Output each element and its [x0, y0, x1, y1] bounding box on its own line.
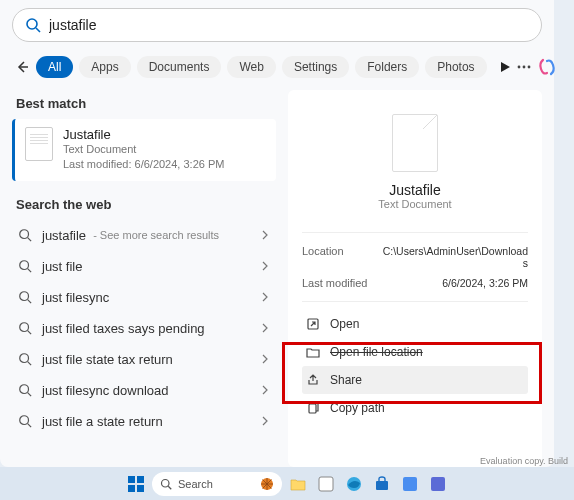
svg-line-1 — [36, 28, 40, 32]
svg-line-15 — [28, 362, 32, 366]
web-result-hint: - See more search results — [90, 229, 219, 241]
action-open-location[interactable]: Open file location — [302, 338, 528, 366]
preview-title: Justafile — [302, 182, 528, 198]
folder-icon — [289, 475, 307, 493]
chevron-right-icon — [260, 292, 270, 302]
svg-point-16 — [20, 385, 29, 394]
app-icon — [401, 475, 419, 493]
search-icon — [18, 352, 32, 366]
svg-point-18 — [20, 416, 29, 425]
edge-icon — [345, 475, 363, 493]
web-result-text: just filed taxes says pending — [42, 321, 205, 336]
filter-photos[interactable]: Photos — [425, 56, 486, 78]
search-bar[interactable] — [12, 8, 542, 42]
web-result[interactable]: just file a state return — [12, 406, 276, 437]
arrow-left-icon — [14, 59, 30, 75]
action-label: Open file location — [330, 345, 423, 359]
web-result[interactable]: justafile - See more search results — [12, 220, 276, 251]
chevron-right-icon — [260, 323, 270, 333]
search-icon — [18, 383, 32, 397]
svg-line-27 — [168, 486, 171, 489]
chevron-right-icon — [260, 416, 270, 426]
open-icon — [306, 317, 320, 331]
web-result[interactable]: just filed taxes says pending — [12, 313, 276, 344]
filter-documents[interactable]: Documents — [137, 56, 222, 78]
taskbar: Search — [0, 467, 574, 500]
svg-point-26 — [162, 479, 170, 487]
preview-pane: Justafile Text Document Location C:\User… — [288, 90, 542, 467]
meta-location-value: C:\Users\AdminUser\Downloads — [378, 245, 528, 269]
action-label: Share — [330, 373, 362, 387]
watermark: Evaluation copy. Build — [480, 456, 568, 466]
action-label: Copy path — [330, 401, 385, 415]
more-icon[interactable] — [517, 56, 531, 78]
svg-point-12 — [20, 323, 29, 332]
filter-folders[interactable]: Folders — [355, 56, 419, 78]
web-result[interactable]: just filesync download — [12, 375, 276, 406]
taskbar-explorer[interactable] — [286, 472, 310, 496]
search-icon — [18, 321, 32, 335]
svg-point-3 — [517, 66, 520, 69]
filter-apps[interactable]: Apps — [79, 56, 130, 78]
search-icon — [18, 228, 32, 242]
meta-location-label: Location — [302, 245, 344, 269]
best-match-modified: Last modified: 6/6/2024, 3:26 PM — [63, 157, 224, 172]
windows-icon — [127, 475, 145, 493]
web-result-text: justafile — [42, 228, 86, 243]
copilot-icon[interactable] — [537, 56, 557, 78]
basketball-icon — [260, 477, 274, 491]
svg-rect-33 — [431, 477, 445, 491]
share-icon — [306, 373, 320, 387]
svg-point-8 — [20, 261, 29, 270]
taskbar-search[interactable]: Search — [152, 472, 282, 496]
search-icon — [18, 414, 32, 428]
filter-web[interactable]: Web — [227, 56, 275, 78]
chevron-right-icon — [260, 230, 270, 240]
best-match-item[interactable]: Justafile Text Document Last modified: 6… — [12, 119, 276, 181]
svg-line-19 — [28, 424, 32, 428]
taskbar-app[interactable] — [426, 472, 450, 496]
search-input[interactable] — [49, 17, 529, 33]
action-share[interactable]: Share — [302, 366, 528, 394]
svg-line-13 — [28, 331, 32, 335]
svg-point-4 — [522, 66, 525, 69]
web-result-text: just filesync download — [42, 383, 168, 398]
svg-line-11 — [28, 300, 32, 304]
search-icon — [18, 290, 32, 304]
filter-all[interactable]: All — [36, 56, 73, 78]
svg-point-6 — [20, 230, 29, 239]
preview-type: Text Document — [302, 198, 528, 210]
taskbar-edge[interactable] — [342, 472, 366, 496]
action-open[interactable]: Open — [302, 310, 528, 338]
svg-rect-24 — [128, 485, 135, 492]
back-button[interactable] — [14, 54, 30, 80]
document-icon — [392, 114, 438, 172]
taskbar-app[interactable] — [398, 472, 422, 496]
folder-icon — [306, 345, 320, 359]
svg-point-5 — [527, 66, 530, 69]
play-icon[interactable] — [499, 56, 511, 78]
action-label: Open — [330, 317, 359, 331]
web-result-text: just filesync — [42, 290, 109, 305]
action-copy-path[interactable]: Copy path — [302, 394, 528, 422]
start-search-panel: All Apps Documents Web Settings Folders … — [0, 0, 554, 467]
copy-icon — [306, 401, 320, 415]
search-icon — [18, 259, 32, 273]
svg-rect-25 — [137, 485, 144, 492]
best-match-type: Text Document — [63, 142, 224, 157]
web-result[interactable]: just file — [12, 251, 276, 282]
store-icon — [373, 475, 391, 493]
start-button[interactable] — [124, 472, 148, 496]
web-result-text: just file — [42, 259, 82, 274]
svg-rect-23 — [137, 476, 144, 483]
svg-point-0 — [27, 19, 37, 29]
filter-settings[interactable]: Settings — [282, 56, 349, 78]
best-match-title: Justafile — [63, 127, 224, 142]
web-result[interactable]: just filesync — [12, 282, 276, 313]
search-web-header: Search the web — [12, 191, 276, 220]
filter-row: All Apps Documents Web Settings Folders … — [12, 50, 542, 90]
search-icon — [25, 17, 41, 33]
taskbar-app[interactable] — [314, 472, 338, 496]
web-result[interactable]: just file state tax return — [12, 344, 276, 375]
taskbar-store[interactable] — [370, 472, 394, 496]
